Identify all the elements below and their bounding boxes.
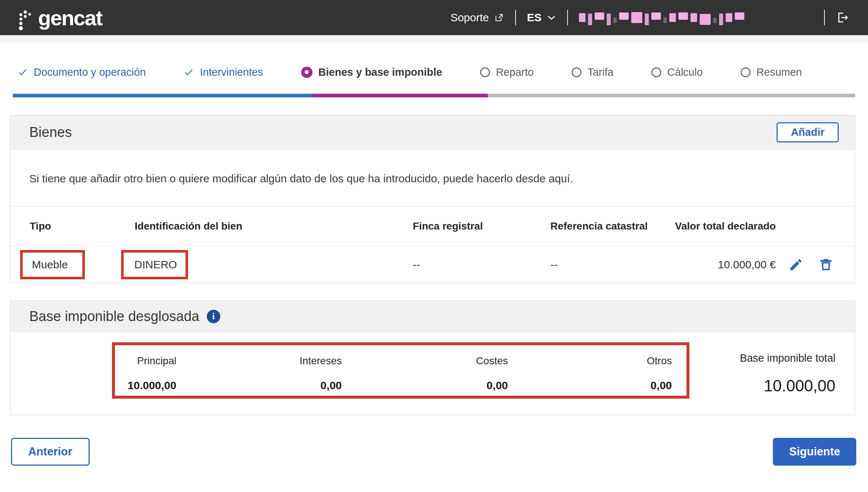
column-costes: Costes 0,00 [342,332,508,415]
total-value: 10.000,00 [672,377,835,395]
cell-identificacion: DINERO [135,250,413,279]
base-imponible-body: Principal 10.000,00 Intereses 0,00 Coste… [10,332,855,415]
step-bienes-y-base-imponible[interactable]: Bienes y base imponible [301,66,442,78]
intereses-label: Intereses [176,355,342,367]
cell-referencia: -- [550,258,673,271]
wizard-footer: Anterior Siguiente [11,438,856,466]
identificacion-value: DINERO [134,258,177,271]
radio-selected-icon [301,67,313,78]
stepper-progress-bar [13,94,855,97]
step-calculo[interactable]: Cálculo [651,66,703,78]
principal-label: Principal [10,355,176,367]
tipo-value: Mueble [32,258,68,271]
external-link-icon [494,12,504,23]
col-header-tipo: Tipo [30,220,135,232]
step-resumen[interactable]: Resumen [741,66,802,78]
otros-value: 0,00 [508,379,672,392]
logo-text: gencat [38,5,102,30]
delete-bien-button[interactable] [818,257,834,272]
step-label: Tarifa [587,66,613,78]
logout-button[interactable] [836,11,849,24]
bienes-card-header: Bienes Añadir [10,115,855,150]
trash-icon [819,257,833,272]
header-substrip [0,35,868,43]
previous-button[interactable]: Anterior [11,438,90,466]
col-header-finca: Finca registral [413,220,550,232]
header-divider [567,10,568,25]
app-header: gencat Soporte ES [0,0,868,35]
check-icon [18,67,28,77]
chevron-down-icon [547,13,556,22]
language-label: ES [527,11,542,24]
radio-empty-icon [480,67,490,77]
cell-finca: -- [413,258,550,271]
check-icon [184,67,194,77]
support-label: Soporte [450,11,489,24]
bienes-table-row: Mueble DINERO -- -- 10.000,00 € [10,246,855,283]
progress-remaining-segment [488,94,855,97]
step-label: Documento y operación [34,66,146,78]
step-tarifa[interactable]: Tarifa [572,66,613,78]
column-otros: Otros 0,00 [508,332,672,415]
step-label: Resumen [756,66,802,78]
step-label: Cálculo [667,66,703,78]
pencil-icon [789,257,803,272]
costes-label: Costes [342,355,508,367]
radio-empty-icon [651,67,661,77]
header-divider [824,10,825,25]
gencat-logo-dots-icon [18,7,34,31]
col-header-identificacion: Identificación del bien [135,220,413,232]
base-imponible-card-header: Base imponible desglosada i [10,301,855,332]
step-intervinientes[interactable]: Intervinientes [184,66,263,78]
header-divider [515,10,516,25]
language-selector[interactable]: ES [527,11,556,24]
total-label: Base imponible total [672,352,835,364]
annotation-box-tipo: Mueble [20,250,85,279]
radio-empty-icon [572,67,581,77]
row-actions [776,257,855,272]
edit-bien-button[interactable] [788,257,804,272]
support-link[interactable]: Soporte [450,11,504,24]
column-intereses: Intereses 0,00 [176,332,342,415]
logout-icon [836,11,849,24]
column-principal: Principal 10.000,00 [10,332,176,415]
base-imponible-title-text: Base imponible desglosada [29,309,199,324]
col-header-referencia: Referencia catastral [550,220,673,232]
intereses-value: 0,00 [176,379,342,392]
progress-completed-segment [13,94,313,97]
gencat-logo[interactable]: gencat [18,4,102,31]
redacted-user-info [579,9,813,26]
add-bien-button[interactable]: Añadir [777,122,839,142]
cell-valor: 10.000,00 € [673,258,776,271]
costes-value: 0,00 [342,379,508,392]
step-label: Reparto [496,66,534,78]
bienes-table-header: Tipo Identificación del bien Finca regis… [10,206,855,246]
step-reparto[interactable]: Reparto [480,66,534,78]
info-icon[interactable]: i [207,310,220,323]
bienes-card: Bienes Añadir Si tiene que añadir otro b… [10,115,855,283]
step-documento-y-operacion[interactable]: Documento y operación [18,66,146,78]
next-button[interactable]: Siguiente [773,438,856,466]
radio-empty-icon [741,67,751,77]
column-base-imponible-total: Base imponible total 10.000,00 [672,332,835,415]
base-imponible-title: Base imponible desglosada i [29,309,220,324]
otros-label: Otros [508,355,672,367]
principal-value: 10.000,00 [10,379,176,392]
wizard-stepper: Documento y operación Intervinientes Bie… [0,64,868,81]
annotation-box-identificacion: DINERO [121,250,188,279]
bienes-title: Bienes [29,124,72,140]
step-label: Bienes y base imponible [318,66,442,78]
col-header-valor: Valor total declarado [673,220,776,232]
cell-tipo: Mueble [30,250,135,279]
bienes-help-text: Si tiene que añadir otro bien o quiere m… [10,150,855,206]
base-imponible-card: Base imponible desglosada i Principal 10… [10,301,855,415]
progress-active-segment [313,94,488,97]
step-label: Intervinientes [200,66,263,78]
